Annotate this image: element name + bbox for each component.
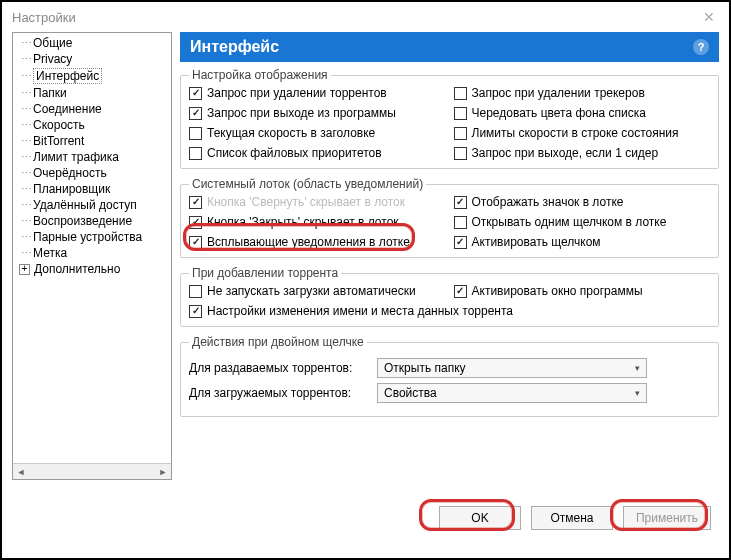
display-option-5[interactable]: Лимиты скорости в строке состояния [454, 126, 711, 140]
checkbox-icon[interactable] [454, 236, 467, 249]
checkbox-icon[interactable] [189, 127, 202, 140]
checkbox-icon[interactable] [454, 87, 467, 100]
sidebar-item-7[interactable]: ⋯Лимит трафика [13, 149, 171, 165]
scroll-left-icon[interactable]: ◄ [13, 467, 29, 477]
checkbox-label: Чередовать цвета фона списка [472, 106, 647, 120]
sidebar-item-label: Privacy [33, 52, 72, 66]
ok-button[interactable]: OK [439, 506, 521, 530]
tray-option-5[interactable]: Активировать щелчком [454, 235, 711, 249]
checkbox-label: Не запускать загрузки автоматически [207, 284, 416, 298]
sidebar-item-label: Удалённый доступ [33, 198, 137, 212]
checkbox-label: Кнопка 'Закрыть' скрывает в лоток [207, 215, 399, 229]
tree-connector-icon: ⋯ [17, 167, 31, 180]
tray-option-2[interactable]: Кнопка 'Закрыть' скрывает в лоток [189, 215, 446, 229]
checkbox-icon[interactable] [189, 216, 202, 229]
apply-button[interactable]: Применить [623, 506, 711, 530]
sidebar-item-label: Соединение [33, 102, 102, 116]
checkbox-label: Запрос при выходе, если 1 сидер [472, 146, 659, 160]
tree-connector-icon: ⋯ [17, 151, 31, 164]
checkbox-label: Открывать одним щелчком в лотке [472, 215, 667, 229]
tray-option-1[interactable]: Отображать значок в лотке [454, 195, 711, 209]
checkbox-icon[interactable] [454, 196, 467, 209]
sidebar-item-14[interactable]: +Дополнительно [13, 261, 171, 277]
scroll-right-icon[interactable]: ► [155, 467, 171, 477]
close-icon[interactable]: ✕ [699, 9, 719, 25]
dblclick-dropdown-0[interactable]: Открыть папку▾ [377, 358, 647, 378]
tray-option-4[interactable]: Всплывающие уведомления в лотке [189, 235, 446, 249]
add-option-2[interactable]: Настройки изменения имени и места данных… [189, 304, 710, 318]
help-icon[interactable]: ? [693, 39, 709, 55]
sidebar-item-8[interactable]: ⋯Очерёдность [13, 165, 171, 181]
sidebar-item-label: Метка [33, 246, 67, 260]
checkbox-icon[interactable] [189, 196, 202, 209]
sidebar-item-2[interactable]: ⋯Интерфейс [13, 67, 171, 85]
display-option-4[interactable]: Текущая скорость в заголовке [189, 126, 446, 140]
sidebar-item-label: Интерфейс [33, 68, 102, 84]
tree-expand-icon[interactable]: + [19, 264, 30, 275]
checkbox-icon[interactable] [189, 305, 202, 318]
sidebar-item-label: BitTorrent [33, 134, 84, 148]
sidebar-item-6[interactable]: ⋯BitTorrent [13, 133, 171, 149]
display-option-2[interactable]: Запрос при выходе из программы [189, 106, 446, 120]
tree-connector-icon: ⋯ [17, 183, 31, 196]
checkbox-icon[interactable] [189, 236, 202, 249]
checkbox-icon[interactable] [189, 87, 202, 100]
sidebar-item-4[interactable]: ⋯Соединение [13, 101, 171, 117]
display-option-1[interactable]: Запрос при удалении трекеров [454, 86, 711, 100]
dblclick-dropdown-1[interactable]: Свойства▾ [377, 383, 647, 403]
window-title: Настройки [12, 10, 76, 25]
checkbox-icon[interactable] [189, 147, 202, 160]
display-option-3[interactable]: Чередовать цвета фона списка [454, 106, 711, 120]
sidebar-item-0[interactable]: ⋯Общие [13, 35, 171, 51]
tree-connector-icon: ⋯ [17, 119, 31, 132]
add-option-1[interactable]: Активировать окно программы [454, 284, 711, 298]
sidebar-item-label: Парные устройства [33, 230, 142, 244]
checkbox-label: Список файловых приоритетов [207, 146, 382, 160]
checkbox-icon[interactable] [454, 285, 467, 298]
sidebar-scrollbar[interactable]: ◄ ► [13, 463, 171, 479]
display-option-6[interactable]: Список файловых приоритетов [189, 146, 446, 160]
sidebar-item-label: Воспроизведение [33, 214, 132, 228]
checkbox-label: Запрос при выходе из программы [207, 106, 396, 120]
tray-option-0[interactable]: Кнопка 'Свернуть' скрывает в лоток [189, 195, 446, 209]
sidebar-item-5[interactable]: ⋯Скорость [13, 117, 171, 133]
display-option-0[interactable]: Запрос при удалении торрентов [189, 86, 446, 100]
checkbox-icon[interactable] [454, 216, 467, 229]
checkbox-label: Отображать значок в лотке [472, 195, 624, 209]
sidebar-item-label: Лимит трафика [33, 150, 119, 164]
checkbox-icon[interactable] [454, 147, 467, 160]
sidebar-item-label: Папки [33, 86, 67, 100]
sidebar-item-9[interactable]: ⋯Планировщик [13, 181, 171, 197]
sidebar-item-label: Очерёдность [33, 166, 107, 180]
tree-connector-icon: ⋯ [17, 87, 31, 100]
sidebar-item-11[interactable]: ⋯Воспроизведение [13, 213, 171, 229]
sidebar: ⋯Общие⋯Privacy⋯Интерфейс⋯Папки⋯Соединени… [12, 32, 172, 480]
checkbox-label: Активировать окно программы [472, 284, 643, 298]
checkbox-icon[interactable] [189, 107, 202, 120]
cancel-button[interactable]: Отмена [531, 506, 613, 530]
checkbox-label: Текущая скорость в заголовке [207, 126, 375, 140]
group-tray-legend: Системный лоток (область уведомлений) [189, 177, 426, 191]
checkbox-icon[interactable] [189, 285, 202, 298]
checkbox-label: Запрос при удалении трекеров [472, 86, 645, 100]
sidebar-item-13[interactable]: ⋯Метка [13, 245, 171, 261]
sidebar-item-label: Дополнительно [34, 262, 120, 276]
sidebar-item-1[interactable]: ⋯Privacy [13, 51, 171, 67]
checkbox-icon[interactable] [454, 127, 467, 140]
sidebar-item-10[interactable]: ⋯Удалённый доступ [13, 197, 171, 213]
checkbox-label: Всплывающие уведомления в лотке [207, 235, 410, 249]
display-option-7[interactable]: Запрос при выходе, если 1 сидер [454, 146, 711, 160]
checkbox-icon[interactable] [454, 107, 467, 120]
content-header: Интерфейс ? [180, 32, 719, 62]
dblclick-row-1: Для загружаемых торрентов:Свойства▾ [189, 383, 710, 403]
sidebar-item-3[interactable]: ⋯Папки [13, 85, 171, 101]
button-row: OK Отмена Применить [2, 490, 729, 538]
tree-connector-icon: ⋯ [17, 247, 31, 260]
sidebar-item-12[interactable]: ⋯Парные устройства [13, 229, 171, 245]
group-add-legend: При добавлении торрента [189, 266, 341, 280]
add-option-0[interactable]: Не запускать загрузки автоматически [189, 284, 446, 298]
dropdown-label: Для загружаемых торрентов: [189, 386, 369, 400]
sidebar-item-label: Скорость [33, 118, 85, 132]
tree-connector-icon: ⋯ [17, 199, 31, 212]
tray-option-3[interactable]: Открывать одним щелчком в лотке [454, 215, 711, 229]
